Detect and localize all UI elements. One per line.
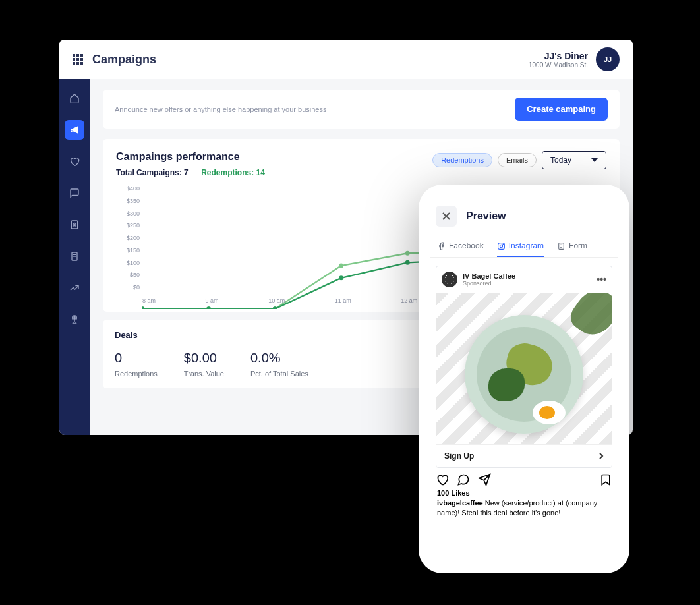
bookmark-icon[interactable] [599, 473, 612, 486]
stat-block: 0.0%Pct. of Total Sales [250, 351, 308, 378]
sidebar-item-home[interactable] [65, 88, 84, 108]
post-sponsored-label: Sponsored [463, 280, 515, 287]
stat-label: Trans. Value [184, 370, 224, 378]
y-tick: $200 [116, 235, 140, 241]
svg-rect-1 [76, 54, 79, 57]
preview-title: Preview [466, 210, 506, 222]
svg-rect-3 [73, 58, 75, 61]
instagram-post: IV Bagel Caffee Sponsored ••• Sign Up [436, 266, 612, 468]
y-tick: $300 [116, 210, 140, 217]
post-cta-button[interactable]: Sign Up [436, 444, 612, 467]
stat-value: $0.00 [184, 351, 224, 366]
y-tick: $350 [116, 198, 140, 204]
share-icon[interactable] [478, 473, 491, 486]
comment-icon[interactable] [457, 473, 470, 486]
preview-header: Preview [430, 196, 618, 236]
tab-form-label: Form [569, 241, 587, 250]
post-likes: 100 Likes [430, 489, 618, 497]
svg-point-25 [206, 306, 211, 309]
sidebar-item-contacts[interactable] [65, 215, 84, 235]
sidebar-item-documents[interactable] [65, 246, 84, 266]
sidebar-item-favorites[interactable] [65, 152, 84, 171]
svg-rect-4 [76, 58, 79, 61]
date-range-select[interactable]: Today [542, 151, 606, 169]
stat-value: 0.0% [250, 351, 308, 366]
svg-rect-0 [73, 54, 75, 57]
preview-tabs: Facebook Instagram Form [430, 236, 618, 258]
post-actions [436, 468, 612, 489]
chip-redemptions[interactable]: Redemptions [432, 153, 492, 167]
tab-facebook[interactable]: Facebook [437, 241, 484, 257]
instagram-icon [497, 242, 506, 250]
sidebar-item-campaigns[interactable] [65, 120, 84, 140]
tab-form[interactable]: Form [557, 241, 587, 257]
post-cta-label: Sign Up [444, 451, 474, 461]
svg-point-19 [339, 263, 343, 268]
post-account-name: IV Bagel Caffee [463, 272, 515, 280]
post-more-button[interactable]: ••• [597, 274, 606, 285]
svg-rect-2 [80, 54, 83, 57]
svg-point-27 [339, 275, 343, 280]
topbar: Campaigns JJ's Diner 1000 W Madison St. … [59, 40, 633, 79]
post-image [436, 293, 612, 444]
apps-grid-icon[interactable] [73, 54, 83, 65]
tab-instagram[interactable]: Instagram [497, 241, 544, 257]
svg-point-28 [405, 260, 410, 265]
announce-bar: Announce new offers or anything else hap… [103, 90, 620, 129]
company-address: 1000 W Madison St. [529, 61, 588, 69]
date-range-label: Today [550, 156, 571, 165]
svg-point-36 [503, 243, 504, 244]
x-tick: 8 am [142, 297, 156, 304]
stat-value: 0 [115, 351, 158, 366]
y-tick: $150 [116, 247, 140, 254]
form-icon [557, 242, 566, 250]
y-tick: $0 [116, 284, 140, 291]
svg-point-10 [74, 223, 76, 225]
y-tick: $50 [116, 272, 140, 278]
phone-preview: Preview Facebook Instagram Form IV Bagel… [419, 185, 629, 573]
stat-block: $0.00Trans. Value [184, 351, 224, 378]
svg-point-35 [500, 245, 502, 247]
x-tick: 10 am [268, 297, 285, 304]
announce-text: Announce new offers or anything else hap… [115, 105, 326, 113]
create-campaign-button[interactable]: Create campaing [515, 98, 608, 121]
stat-block: 0Redemptions [115, 351, 158, 378]
chevron-down-icon [591, 158, 598, 162]
svg-text:$: $ [74, 316, 76, 320]
svg-point-20 [405, 251, 410, 256]
close-preview-button[interactable] [436, 206, 457, 227]
sidebar-item-messages[interactable] [65, 183, 84, 203]
page-title: Campaigns [92, 53, 156, 67]
total-campaigns-stat: Total Campaigns: 7 [116, 168, 189, 177]
tab-facebook-label: Facebook [449, 241, 484, 250]
stat-label: Redemptions [115, 370, 158, 378]
performance-title: Campaings performance [116, 151, 265, 163]
post-handle: ivbagelcaffee [437, 499, 483, 507]
heart-icon[interactable] [436, 473, 449, 486]
facebook-icon [437, 242, 446, 250]
svg-rect-8 [80, 62, 83, 65]
company-name: JJ's Diner [529, 51, 588, 61]
sidebar-item-analytics[interactable] [65, 278, 84, 298]
avatar[interactable]: JJ [596, 47, 620, 71]
close-icon [442, 212, 451, 221]
post-caption: ivbagelcaffee New (service/product) at (… [430, 497, 618, 524]
deals-card: Deals 0Redemptions$0.00Trans. Value0.0%P… [103, 320, 448, 388]
y-tick: $400 [116, 185, 140, 192]
post-avatar[interactable] [442, 272, 457, 287]
sidebar-item-billing[interactable]: $ [65, 310, 84, 330]
x-tick: 12 am [401, 297, 417, 304]
tab-instagram-label: Instagram [509, 241, 544, 250]
x-tick: 11 am [335, 297, 351, 304]
deals-title: Deals [115, 330, 436, 340]
sidebar: $ [59, 79, 90, 435]
y-tick: $100 [116, 260, 140, 266]
company-info: JJ's Diner 1000 W Madison St. [529, 51, 588, 69]
x-tick: 9 am [206, 297, 219, 304]
chevron-right-icon [598, 452, 604, 460]
chip-emails[interactable]: Emails [498, 153, 537, 167]
stat-label: Pct. of Total Sales [250, 370, 308, 378]
svg-rect-7 [76, 62, 79, 65]
svg-rect-5 [80, 58, 83, 61]
svg-point-24 [142, 306, 145, 309]
